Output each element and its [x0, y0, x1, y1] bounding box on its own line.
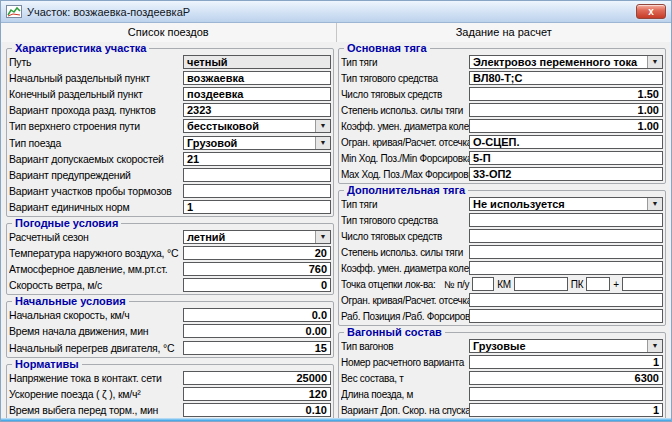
traction-force-usage-row: Степень использ. силы тяги1.00 [341, 102, 663, 118]
calc-variant-number-row: Номер расчетного варианта1 [341, 354, 663, 370]
close-button[interactable]: x [636, 4, 666, 19]
wagon-type-dropdown-arrow-icon[interactable]: ▼ [647, 340, 662, 352]
traction-type-row: Тип тягиЭлектровоз переменного тока▼ [341, 54, 663, 70]
wind-speed-label: Скорость ветра, м/с [9, 279, 183, 291]
min-position-boost-row: Min Ход. Поз./Min Форсировка5-П [341, 150, 663, 166]
min-position-boost-label: Min Ход. Поз./Min Форсировка [341, 153, 469, 164]
add-wheel-diameter-coeff-field[interactable] [469, 261, 663, 275]
traction-force-usage-field[interactable]: 1.00 [469, 103, 663, 117]
unit-norms-variant-label: Вариант единичных норм [9, 201, 183, 213]
initial-speed-label: Начальная скорость, км/ч [9, 309, 183, 321]
track-structure-type-field[interactable]: бесстыковой▼ [183, 119, 331, 133]
add-traction-vehicles-count-label: Число тяговых средств [341, 231, 469, 242]
downhill-speed-variant-label: Вариант Доп. Скор. на спусках [341, 405, 469, 416]
train-length-row: Длина поезда, м [341, 386, 663, 402]
add-limit-curve-cutoff-row: Огран. кривая/Расчет. отсечка [341, 292, 663, 308]
section-dialog-window: Участок: возжаевка-поздеевкаР x Список п… [0, 0, 672, 422]
add-limit-curve-cutoff-field[interactable] [469, 293, 663, 307]
season-dropdown-arrow-icon[interactable]: ▼ [315, 231, 330, 243]
train-type-dropdown-arrow-icon[interactable]: ▼ [315, 137, 330, 149]
end-point-field[interactable]: поздеевка [183, 87, 331, 101]
group-section-characteristics-title: Характеристика участка [12, 42, 149, 54]
train-type-label: Тип поезда [9, 137, 183, 149]
traction-type-dropdown-arrow-icon[interactable]: ▼ [647, 56, 662, 68]
add-traction-force-usage-field[interactable] [469, 245, 663, 259]
warnings-variant-label: Вариант предупреждений [9, 169, 183, 181]
wind-speed-field[interactable]: 0 [183, 278, 331, 292]
allowed-speeds-variant-row: Вариант допускаемых скоростей21 [9, 151, 331, 167]
train-length-field[interactable] [469, 387, 663, 401]
add-traction-vehicles-count-field[interactable] [469, 229, 663, 243]
wind-speed-row: Скорость ветра, м/с0 [9, 277, 331, 293]
unit-norms-variant-row: Вариант единичных норм1 [9, 199, 331, 215]
form-content: Характеристика участкаПутьчетныйНачальны… [1, 42, 671, 420]
train-acceleration-field[interactable]: 120 [183, 387, 331, 401]
brake-test-sections-variant-label: Вариант участков пробы тормозов [9, 185, 183, 197]
work-position-boost-field[interactable] [469, 309, 663, 323]
initial-speed-row: Начальная скорость, км/ч0.0 [9, 307, 331, 323]
initial-engine-overheat-field[interactable]: 15 [183, 341, 331, 355]
atmospheric-pressure-row: Атмосферное давление, мм.рт.ст.760 [9, 261, 331, 277]
add-traction-vehicle-type-field[interactable] [469, 213, 663, 227]
detach-km-field[interactable] [514, 277, 568, 291]
movement-start-time-field[interactable]: 0.00 [183, 324, 331, 338]
calc-variant-number-field[interactable]: 1 [469, 355, 663, 369]
downhill-speed-variant-field[interactable]: 1 [469, 403, 663, 417]
add-wheel-diameter-coeff-label: Коэфф. умен. диаметра колес [341, 263, 469, 274]
traction-type-field[interactable]: Электровоз переменного тока▼ [469, 55, 663, 69]
pass-variant-field[interactable]: 2323 [183, 103, 331, 117]
wheel-diameter-coeff-field[interactable]: 1.00 [469, 119, 663, 133]
group-main-traction: Основная тягаТип тягиЭлектровоз переменн… [338, 48, 666, 184]
track-path-field[interactable]: четный [183, 55, 331, 69]
wheel-diameter-coeff-label: Коэфф. умен. диаметра колес [341, 121, 469, 132]
add-traction-type-dropdown-arrow-icon[interactable]: ▼ [647, 198, 662, 210]
season-field[interactable]: летний▼ [183, 230, 331, 244]
warnings-variant-field[interactable] [183, 168, 331, 182]
add-limit-curve-cutoff-label: Огран. кривая/Расчет. отсечка [341, 295, 469, 306]
initial-engine-overheat-label: Начальный перегрев двигателя, °C [9, 342, 183, 354]
allowed-speeds-variant-field[interactable]: 21 [183, 152, 331, 166]
wagon-type-field[interactable]: Грузовые▼ [469, 339, 663, 353]
contact-network-voltage-field[interactable]: 25000 [183, 371, 331, 385]
group-main-traction-title: Основная тяга [344, 42, 430, 54]
track-structure-type-dropdown-arrow-icon[interactable]: ▼ [315, 120, 330, 132]
add-traction-vehicle-type-row: Тип тягового средства [341, 212, 663, 228]
track-path-label: Путь [9, 56, 183, 68]
coasting-time-before-braking-field[interactable]: 0.10 [183, 403, 331, 417]
pass-variant-row: Вариант прохода разд. пунктов2323 [9, 102, 331, 118]
start-point-field[interactable]: возжаевка [183, 71, 331, 85]
add-traction-type-field[interactable]: Не используется▼ [469, 197, 663, 211]
limit-curve-cutoff-field[interactable]: О-СЦЕП. [469, 135, 663, 149]
train-weight-field[interactable]: 6300 [469, 371, 663, 385]
group-norms: НормативыНапряжение тока в контакт. сети… [6, 364, 334, 420]
window-title: Участок: возжаевка-поздеевкаР [27, 6, 190, 18]
max-position-boost-row: Max Ход. Поз./Max Форсировка33-ОП2 [341, 166, 663, 182]
add-wheel-diameter-coeff-row: Коэфф. умен. диаметра колес [341, 260, 663, 276]
train-weight-label: Вес состава, т [341, 373, 469, 384]
detach-pk-field[interactable] [586, 277, 610, 291]
season-value: летний [184, 231, 315, 243]
season-label: Расчетный сезон [9, 231, 183, 243]
detach-plus-field[interactable] [622, 277, 663, 291]
detach-number-field[interactable] [472, 277, 494, 291]
initial-speed-field[interactable]: 0.0 [183, 308, 331, 322]
max-position-boost-field[interactable]: 33-ОП2 [469, 167, 663, 181]
traction-vehicle-type-field[interactable]: ВЛ80-Т;С [469, 71, 663, 85]
train-type-value: Грузовой [184, 137, 315, 149]
traction-vehicles-count-row: Число тяговых средств1.50 [341, 86, 663, 102]
allowed-speeds-variant-label: Вариант допускаемых скоростей [9, 153, 183, 165]
train-type-field[interactable]: Грузовой▼ [183, 136, 331, 150]
outside-temperature-field[interactable]: 20 [183, 246, 331, 260]
unit-norms-variant-field[interactable]: 1 [183, 200, 331, 214]
coasting-time-before-braking-row: Время выбега перед торм., мин0.10 [9, 402, 331, 418]
start-point-label: Начальный раздельный пункт [9, 72, 183, 84]
atmospheric-pressure-field[interactable]: 760 [183, 262, 331, 276]
track-structure-type-label: Тип верхнего строения пути [9, 120, 183, 132]
movement-start-time-label: Время начала движения, мин [9, 325, 183, 337]
brake-test-sections-variant-field[interactable] [183, 184, 331, 198]
titlebar: Участок: возжаевка-поздеевкаР x [1, 1, 671, 23]
warnings-variant-row: Вариант предупреждений [9, 167, 331, 183]
min-position-boost-field[interactable]: 5-П [469, 151, 663, 165]
group-additional-traction: Дополнительная тягаТип тягиНе использует… [338, 190, 666, 326]
traction-vehicles-count-field[interactable]: 1.50 [469, 87, 663, 101]
